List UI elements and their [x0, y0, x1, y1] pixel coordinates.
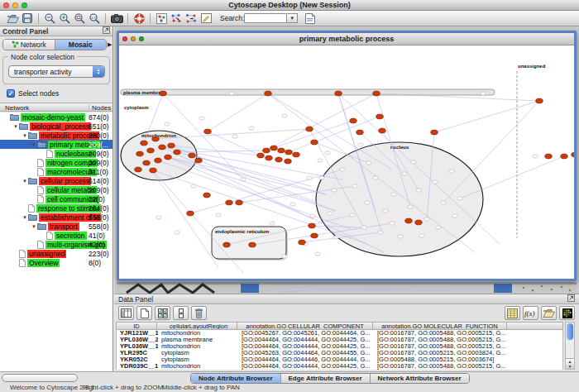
tree-row[interactable]: nucleobase-209(0) [0, 149, 112, 158]
go-term-node[interactable] [352, 184, 357, 188]
frame-titlebar[interactable]: primary metabolic process [119, 33, 574, 45]
table-row[interactable]: YPL036W__2plasma membrane[GO:0044464, GO… [117, 337, 562, 343]
gene-node[interactable] [236, 200, 243, 205]
gene-node[interactable] [376, 114, 384, 119]
go-term-node[interactable] [419, 234, 424, 237]
column-header[interactable]: annotation.GO CELLULAR_COMPONENT [237, 322, 373, 330]
tree-row[interactable]: response to stimulu264(0) [0, 203, 112, 213]
table-row[interactable]: YDR039C__1mitochondrion[GO:0044464, GO:0… [117, 363, 562, 370]
gene-node[interactable] [168, 143, 175, 148]
go-term-node[interactable] [481, 92, 486, 95]
attribute-create-icon[interactable] [136, 306, 152, 320]
go-term-node[interactable] [216, 213, 221, 217]
go-term-node[interactable] [325, 151, 330, 155]
gene-node[interactable] [249, 242, 256, 247]
go-term-node[interactable] [319, 176, 324, 179]
gene-node[interactable] [223, 242, 231, 247]
layout-spring-icon[interactable] [169, 12, 184, 25]
gene-node[interactable] [150, 168, 157, 173]
gene-node[interactable] [373, 91, 380, 96]
gene-node[interactable] [293, 152, 300, 157]
go-term-node[interactable] [310, 214, 315, 218]
go-term-node[interactable] [282, 114, 287, 117]
tree-row[interactable]: Overview8(0) [0, 258, 112, 267]
go-term-node[interactable] [411, 160, 416, 164]
column-header[interactable]: ID [116, 322, 157, 330]
gene-node[interactable] [379, 128, 386, 133]
heatmap-icon[interactable] [559, 306, 575, 320]
gene-node[interactable] [306, 127, 313, 131]
edge[interactable] [168, 157, 313, 219]
go-term-node[interactable] [436, 226, 441, 229]
gene-node[interactable] [275, 157, 283, 162]
go-term-node[interactable] [333, 236, 338, 239]
go-term-node[interactable] [378, 231, 383, 234]
gene-node[interactable] [203, 193, 211, 198]
edge[interactable] [199, 160, 336, 211]
gene-node[interactable] [152, 136, 160, 141]
go-term-node[interactable] [361, 226, 366, 229]
zoom-in-icon[interactable] [57, 12, 72, 25]
go-term-node[interactable] [402, 172, 407, 175]
go-term-node[interactable] [457, 197, 462, 200]
tree-row[interactable]: multi-organism pro42(0) [0, 240, 112, 249]
go-term-node[interactable] [398, 235, 403, 238]
vizmapper-icon[interactable] [154, 12, 169, 25]
go-term-node[interactable] [452, 214, 457, 218]
attribute-import-icon[interactable] [541, 306, 557, 320]
tree-row[interactable]: ▼metabolic process280(0) [0, 131, 112, 140]
node-color-dropdown[interactable]: transporter activity ▲▼ [8, 65, 105, 78]
go-term-node[interactable] [366, 161, 371, 165]
go-term-node[interactable] [416, 189, 421, 192]
go-term-node[interactable] [165, 122, 170, 126]
gene-node[interactable] [257, 153, 265, 158]
gene-node[interactable] [195, 158, 203, 163]
go-term-node[interactable] [340, 168, 345, 171]
go-term-node[interactable] [328, 212, 333, 215]
scrollbar-arrows-icon[interactable]: ▲▼ [566, 358, 574, 369]
gene-node[interactable] [415, 220, 423, 225]
go-term-node[interactable] [424, 218, 429, 221]
go-term-node[interactable] [156, 216, 161, 219]
go-term-node[interactable] [282, 255, 287, 258]
float-panel-icon[interactable] [567, 294, 575, 304]
gene-node[interactable] [311, 233, 318, 238]
tree-row[interactable]: macromolecule311(0) [0, 167, 112, 176]
go-term-node[interactable] [350, 213, 355, 217]
go-term-node[interactable] [365, 201, 370, 204]
help-icon[interactable] [132, 12, 146, 25]
gene-node[interactable] [278, 148, 285, 153]
gene-node[interactable] [160, 91, 167, 96]
gene-node[interactable] [147, 148, 155, 153]
column-header[interactable]: _cellularLayoutRegion [157, 322, 237, 330]
tree-row[interactable]: ▼transport558(0) [0, 222, 112, 231]
import-table-icon[interactable] [303, 12, 318, 25]
go-term-node[interactable] [533, 155, 538, 158]
open-session-icon[interactable] [5, 12, 20, 25]
edge[interactable] [208, 93, 268, 131]
gene-node[interactable] [141, 141, 148, 146]
gene-node[interactable] [143, 160, 151, 165]
go-term-node[interactable] [315, 252, 320, 256]
gene-node[interactable] [270, 146, 278, 151]
tree-row[interactable]: mosaic-demo-yeast874(0) [0, 112, 112, 122]
tree-row[interactable]: ▼establishment of lo558(0) [0, 213, 112, 222]
go-term-node[interactable] [318, 159, 323, 162]
attribute-select-icon[interactable] [118, 306, 134, 320]
gene-node[interactable] [356, 130, 364, 135]
column-header[interactable]: annotation.GO MOLECULAR_FUNCTION [373, 322, 507, 330]
gene-node[interactable] [174, 150, 181, 155]
go-term-node[interactable] [232, 135, 237, 138]
scrollbar-thumb[interactable] [567, 323, 573, 340]
gene-node[interactable] [187, 211, 194, 216]
edge[interactable] [268, 93, 392, 170]
expand-arrow-icon[interactable]: ▼ [31, 224, 37, 229]
gene-node[interactable] [572, 152, 574, 157]
tab-network[interactable]: Network [3, 40, 55, 50]
expand-arrow-icon[interactable]: ▼ [22, 179, 28, 184]
go-term-node[interactable] [290, 203, 295, 206]
tree-row[interactable]: ▼cellular process614(0) [0, 176, 112, 185]
search-dropdown-button[interactable]: ▼ [287, 13, 298, 23]
edge[interactable] [192, 155, 326, 194]
gene-node[interactable] [561, 154, 568, 159]
